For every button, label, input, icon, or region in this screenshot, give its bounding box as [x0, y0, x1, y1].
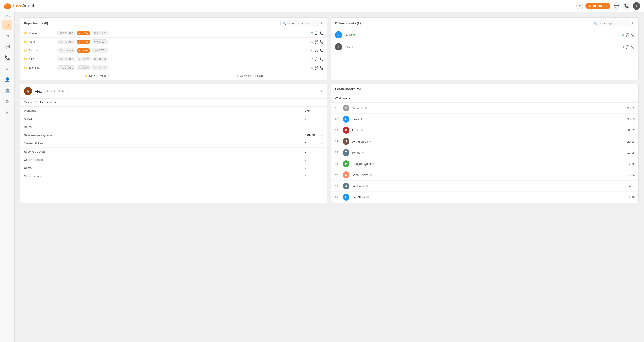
stat-row[interactable]: Notes 0 →	[20, 123, 327, 131]
agents-list: L Laura ✉ 💬 📞 A Alex ✉ 💬 📞	[331, 29, 638, 53]
stat-row[interactable]: Worktime 0:04 →	[20, 107, 327, 115]
email-action-icon[interactable]: ✉	[310, 66, 313, 70]
phone-action-icon[interactable]: 📞	[320, 31, 324, 35]
email-action-icon[interactable]: ✉	[310, 57, 313, 61]
sidebar-item-dashboard[interactable]: ⊞	[2, 20, 12, 30]
sidebar-item-email[interactable]: ✉	[2, 31, 12, 41]
phone-action-icon[interactable]: 📞	[320, 40, 324, 44]
topnav: LiveAgent + ✉ To solve 2 💬 📞 A	[0, 0, 644, 12]
search-icon: 🔍	[282, 21, 286, 25]
stat-label: Resolved tickets	[24, 150, 305, 153]
department-name: 📁 Technical	[24, 66, 56, 69]
agent-search-box[interactable]: 🔍	[592, 20, 630, 26]
sidebar-item-settings[interactable]: ⚙	[2, 96, 12, 106]
agent-action-icons: ✉ 💬 📞	[621, 45, 635, 49]
chat-action-icon[interactable]: 💬	[314, 57, 318, 61]
folder-icon: 📁	[24, 49, 27, 52]
chat-action-icon[interactable]: 💬	[314, 49, 318, 52]
folder-icon: 📁	[24, 58, 27, 61]
department-search-box[interactable]: 🔍	[280, 20, 319, 26]
stat-row[interactable]: Resolved tickets 0 →	[20, 148, 327, 156]
chat-badge: 0 CHATS	[58, 57, 75, 61]
agent-action-icons: ✉ 💬 📞	[621, 33, 635, 37]
stats-refresh-button[interactable]: ↻	[321, 89, 324, 93]
sidebar-item-bank[interactable]: 🏦	[2, 86, 12, 96]
folder-icon: 📁	[24, 66, 27, 69]
phone-icon-button[interactable]: 📞	[623, 2, 630, 10]
email-action-icon[interactable]: ✉	[310, 31, 313, 35]
department-actions: ✉ 💬 📞	[310, 31, 324, 35]
email-action-icon[interactable]: ✉	[310, 40, 313, 44]
stat-value: 0:00:00	[305, 134, 318, 137]
department-row[interactable]: 📁 Support 0 CHATS ● 1 NEW ✉ 0 OPEN ✉ 💬 📞	[20, 46, 327, 55]
phone-action-icon[interactable]: 📞	[320, 49, 324, 52]
tosolve-button[interactable]: ✉ To solve 2	[585, 3, 610, 9]
sidebar-item-reports[interactable]: ○	[2, 64, 12, 74]
stats-period-selector[interactable]: This month ▼	[40, 101, 57, 104]
chat-icon-button[interactable]: 💬	[613, 2, 620, 10]
stats-user-info: Alex without level (0) ?	[35, 89, 68, 93]
stat-row[interactable]: Answers 0 →	[20, 115, 327, 123]
chat-badge: 0 CHATS	[58, 40, 75, 44]
stat-row[interactable]: New answer avg time 0:00:00 →	[20, 131, 327, 139]
department-badges: 0 CHATS ● 0 NEW ✉ 0 OPEN	[58, 57, 308, 61]
chat-action-icon[interactable]: 💬	[314, 31, 318, 35]
chevron-down-icon: ▼	[54, 101, 57, 104]
departments-footer: 📁 DEPARTMENTS ○ MY WORK REPORT	[20, 72, 327, 80]
leaderboard-name: Michaela	[352, 106, 625, 110]
stat-row[interactable]: Missed chats 0 →	[20, 172, 327, 180]
agents-refresh-button[interactable]: ↻	[632, 21, 635, 25]
stats-period-label: This month	[40, 101, 53, 104]
agent-row[interactable]: A Alex ✉ 💬 📞	[331, 41, 638, 53]
online-agents-header: Online agents (2) 🔍 ↻	[331, 18, 638, 29]
stat-row[interactable]: Created tickets 0 →	[20, 139, 327, 148]
department-row[interactable]: 📁 Technical 0 CHATS ● 0 NEW ✉ 0 OPEN ✉ 💬…	[20, 64, 327, 72]
leaderboard-time: 4:57	[629, 184, 635, 188]
agent-email-icon[interactable]: ✉	[621, 45, 624, 49]
arrow-right-icon: →	[321, 166, 324, 170]
svg-rect-3	[60, 32, 62, 34]
agent-chat-icon[interactable]: 💬	[626, 45, 629, 49]
agent-name: Laura	[344, 33, 619, 37]
stat-label: Worktime	[24, 109, 305, 112]
department-search-input[interactable]	[288, 22, 317, 25]
sidebar-item-chat[interactable]: 💬	[2, 42, 12, 52]
chat-action-icon[interactable]: 💬	[314, 66, 318, 70]
agent-row[interactable]: L Laura ✉ 💬 📞	[331, 29, 638, 41]
agent-search-input[interactable]	[598, 22, 628, 25]
phone-action-icon[interactable]: 📞	[320, 57, 324, 61]
phone-action-icon[interactable]: 📞	[320, 66, 324, 70]
leaderboard-rank: #8	[335, 184, 340, 188]
department-row[interactable]: 📁 General 0 CHATS ● 1 NEW ✉ 0 OPEN ✉ 💬 📞	[20, 29, 327, 38]
stat-row[interactable]: Chats 0 →	[20, 164, 327, 172]
sidebar-item-plugin[interactable]: ★	[2, 107, 12, 117]
leaderboard-filter: Worktime ▼	[331, 94, 638, 103]
new-badge: ● 1 NEW	[76, 31, 90, 35]
stat-label: Chats	[24, 166, 305, 170]
agent-phone-icon[interactable]: 📞	[631, 33, 635, 37]
folder-icon: 📁	[24, 32, 27, 35]
departments-footer-left-button[interactable]: 📁 DEPARTMENTS	[20, 72, 174, 80]
departments-footer-right-button[interactable]: ○ MY WORK REPORT	[174, 72, 327, 80]
arrow-right-icon: →	[321, 158, 324, 161]
new-badge: ● 0 NEW	[76, 57, 91, 61]
add-button[interactable]: +	[576, 3, 583, 9]
sidebar-item-contacts[interactable]: 👤	[2, 75, 12, 85]
stat-row[interactable]: Chat messages 0 →	[20, 156, 327, 164]
leaderboard-filter-button[interactable]: Worktime ▼	[335, 97, 351, 100]
departments-refresh-button[interactable]: ↻	[321, 21, 324, 25]
leaderboard-avatar: F	[343, 160, 350, 167]
agent-phone-icon[interactable]: 📞	[631, 45, 635, 49]
leaderboard-name: Soňa Pišová	[352, 173, 627, 177]
department-row[interactable]: 📁 Nike 0 CHATS ● 0 NEW ✉ 0 OPEN ✉ 💬 📞	[20, 55, 327, 64]
sidebar-item-call[interactable]: 📞	[2, 53, 12, 63]
email-action-icon[interactable]: ✉	[310, 49, 313, 52]
help-icon[interactable]: ?	[66, 89, 68, 93]
agent-email-icon[interactable]: ✉	[621, 33, 624, 37]
user-avatar-button[interactable]: A	[633, 2, 640, 10]
department-row[interactable]: 📁 Sales 0 CHATS ● 1 NEW ✉ 0 OPEN ✉ 💬 📞	[20, 38, 327, 46]
agent-chat-icon[interactable]: 💬	[626, 33, 629, 37]
stats-panel: A Alex without level (0) ? ↻ My stats fo…	[20, 84, 328, 203]
logo[interactable]: LiveAgent	[4, 2, 34, 10]
chat-action-icon[interactable]: 💬	[314, 40, 318, 44]
